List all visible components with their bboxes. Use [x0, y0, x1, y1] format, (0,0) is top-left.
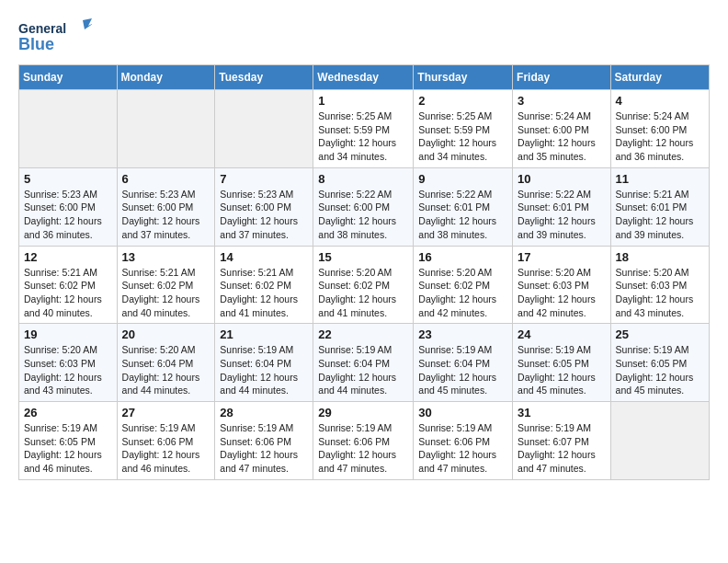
week-row-1: 1Sunrise: 5:25 AM Sunset: 5:59 PM Daylig… [19, 90, 710, 168]
day-number: 15 [318, 250, 408, 264]
day-info: Sunrise: 5:19 AM Sunset: 6:04 PM Dayligh… [418, 343, 507, 397]
calendar-cell: 16Sunrise: 5:20 AM Sunset: 6:02 PM Dayli… [414, 246, 513, 324]
svg-text:Blue: Blue [18, 35, 54, 53]
calendar-cell: 1Sunrise: 5:25 AM Sunset: 5:59 PM Daylig… [313, 90, 414, 168]
day-number: 30 [418, 406, 507, 419]
calendar-cell: 6Sunrise: 5:23 AM Sunset: 6:00 PM Daylig… [117, 167, 215, 246]
day-info: Sunrise: 5:25 AM Sunset: 5:59 PM Dayligh… [318, 109, 408, 164]
svg-text:General: General [18, 21, 66, 36]
day-info: Sunrise: 5:22 AM Sunset: 6:00 PM Dayligh… [318, 188, 408, 242]
calendar-cell: 15Sunrise: 5:20 AM Sunset: 6:02 PM Dayli… [313, 246, 414, 324]
day-info: Sunrise: 5:23 AM Sunset: 6:00 PM Dayligh… [24, 188, 112, 242]
day-info: Sunrise: 5:19 AM Sunset: 6:05 PM Dayligh… [616, 343, 704, 397]
day-number: 13 [122, 250, 210, 264]
day-number: 2 [418, 94, 507, 108]
calendar-cell: 8Sunrise: 5:22 AM Sunset: 6:00 PM Daylig… [313, 167, 414, 246]
calendar-cell: 13Sunrise: 5:21 AM Sunset: 6:02 PM Dayli… [117, 246, 215, 324]
day-info: Sunrise: 5:22 AM Sunset: 6:01 PM Dayligh… [418, 188, 507, 242]
calendar-cell: 30Sunrise: 5:19 AM Sunset: 6:06 PM Dayli… [414, 402, 513, 480]
calendar-cell: 20Sunrise: 5:20 AM Sunset: 6:04 PM Dayli… [117, 324, 215, 402]
day-number: 19 [24, 327, 112, 341]
week-row-2: 5Sunrise: 5:23 AM Sunset: 6:00 PM Daylig… [19, 167, 710, 246]
page-header: GeneralBlue [18, 18, 710, 55]
day-number: 10 [518, 172, 606, 186]
calendar-cell [215, 90, 313, 168]
day-info: Sunrise: 5:19 AM Sunset: 6:06 PM Dayligh… [318, 421, 408, 476]
calendar-cell: 3Sunrise: 5:24 AM Sunset: 6:00 PM Daylig… [513, 90, 611, 168]
day-info: Sunrise: 5:19 AM Sunset: 6:06 PM Dayligh… [220, 421, 308, 476]
day-number: 5 [24, 172, 112, 186]
day-info: Sunrise: 5:19 AM Sunset: 6:07 PM Dayligh… [518, 421, 606, 476]
day-number: 18 [616, 250, 704, 264]
calendar-cell: 5Sunrise: 5:23 AM Sunset: 6:00 PM Daylig… [19, 167, 118, 246]
day-number: 17 [518, 250, 606, 264]
day-number: 29 [318, 406, 408, 419]
calendar-cell: 27Sunrise: 5:19 AM Sunset: 6:06 PM Dayli… [117, 402, 215, 480]
week-row-4: 19Sunrise: 5:20 AM Sunset: 6:03 PM Dayli… [19, 324, 710, 402]
day-number: 7 [220, 172, 308, 186]
calendar-cell: 23Sunrise: 5:19 AM Sunset: 6:04 PM Dayli… [414, 324, 513, 402]
day-info: Sunrise: 5:21 AM Sunset: 6:01 PM Dayligh… [616, 188, 704, 242]
day-info: Sunrise: 5:20 AM Sunset: 6:03 PM Dayligh… [616, 266, 704, 320]
day-info: Sunrise: 5:21 AM Sunset: 6:02 PM Dayligh… [220, 266, 308, 320]
weekday-header-wednesday: Wednesday [313, 65, 414, 90]
logo-svg: GeneralBlue [18, 18, 92, 55]
weekday-header-monday: Monday [117, 65, 215, 90]
weekday-header-thursday: Thursday [414, 65, 513, 90]
calendar-cell: 29Sunrise: 5:19 AM Sunset: 6:06 PM Dayli… [313, 402, 414, 480]
day-info: Sunrise: 5:19 AM Sunset: 6:05 PM Dayligh… [518, 343, 606, 397]
day-info: Sunrise: 5:21 AM Sunset: 6:02 PM Dayligh… [24, 266, 112, 320]
calendar-cell: 11Sunrise: 5:21 AM Sunset: 6:01 PM Dayli… [610, 167, 709, 246]
calendar-cell: 14Sunrise: 5:21 AM Sunset: 6:02 PM Dayli… [215, 246, 313, 324]
day-info: Sunrise: 5:19 AM Sunset: 6:04 PM Dayligh… [318, 343, 408, 397]
weekday-header-tuesday: Tuesday [215, 65, 313, 90]
day-info: Sunrise: 5:20 AM Sunset: 6:02 PM Dayligh… [418, 266, 507, 320]
day-info: Sunrise: 5:24 AM Sunset: 6:00 PM Dayligh… [518, 109, 606, 164]
calendar-cell: 31Sunrise: 5:19 AM Sunset: 6:07 PM Dayli… [513, 402, 611, 480]
day-number: 31 [518, 406, 606, 419]
day-info: Sunrise: 5:20 AM Sunset: 6:03 PM Dayligh… [518, 266, 606, 320]
day-number: 21 [220, 327, 308, 341]
day-info: Sunrise: 5:23 AM Sunset: 6:00 PM Dayligh… [220, 188, 308, 242]
day-number: 3 [518, 94, 606, 108]
day-info: Sunrise: 5:19 AM Sunset: 6:06 PM Dayligh… [122, 421, 210, 476]
weekday-header-sunday: Sunday [19, 65, 118, 90]
calendar-table: SundayMondayTuesdayWednesdayThursdayFrid… [18, 64, 710, 480]
logo: GeneralBlue [18, 18, 92, 55]
svg-marker-1 [83, 18, 92, 29]
calendar-cell: 28Sunrise: 5:19 AM Sunset: 6:06 PM Dayli… [215, 402, 313, 480]
calendar-cell [19, 90, 118, 168]
day-number: 24 [518, 327, 606, 341]
day-number: 4 [616, 94, 704, 108]
day-info: Sunrise: 5:20 AM Sunset: 6:02 PM Dayligh… [318, 266, 408, 320]
day-number: 8 [318, 172, 408, 186]
weekday-header-friday: Friday [513, 65, 611, 90]
weekday-header-row: SundayMondayTuesdayWednesdayThursdayFrid… [19, 65, 710, 90]
day-number: 9 [418, 172, 507, 186]
calendar-cell: 25Sunrise: 5:19 AM Sunset: 6:05 PM Dayli… [610, 324, 709, 402]
day-number: 14 [220, 250, 308, 264]
calendar-cell: 24Sunrise: 5:19 AM Sunset: 6:05 PM Dayli… [513, 324, 611, 402]
day-info: Sunrise: 5:25 AM Sunset: 5:59 PM Dayligh… [418, 109, 507, 164]
day-number: 6 [122, 172, 210, 186]
calendar-cell [117, 90, 215, 168]
calendar-cell: 21Sunrise: 5:19 AM Sunset: 6:04 PM Dayli… [215, 324, 313, 402]
calendar-cell: 18Sunrise: 5:20 AM Sunset: 6:03 PM Dayli… [610, 246, 709, 324]
day-number: 28 [220, 406, 308, 419]
calendar-cell: 9Sunrise: 5:22 AM Sunset: 6:01 PM Daylig… [414, 167, 513, 246]
week-row-5: 26Sunrise: 5:19 AM Sunset: 6:05 PM Dayli… [19, 402, 710, 480]
day-info: Sunrise: 5:20 AM Sunset: 6:04 PM Dayligh… [122, 343, 210, 397]
day-number: 1 [318, 94, 408, 108]
day-number: 22 [318, 327, 408, 341]
day-info: Sunrise: 5:24 AM Sunset: 6:00 PM Dayligh… [616, 109, 704, 164]
calendar-cell: 10Sunrise: 5:22 AM Sunset: 6:01 PM Dayli… [513, 167, 611, 246]
day-info: Sunrise: 5:19 AM Sunset: 6:04 PM Dayligh… [220, 343, 308, 397]
day-number: 11 [616, 172, 704, 186]
calendar-cell: 7Sunrise: 5:23 AM Sunset: 6:00 PM Daylig… [215, 167, 313, 246]
calendar-cell: 22Sunrise: 5:19 AM Sunset: 6:04 PM Dayli… [313, 324, 414, 402]
day-number: 16 [418, 250, 507, 264]
calendar-cell: 26Sunrise: 5:19 AM Sunset: 6:05 PM Dayli… [19, 402, 118, 480]
day-info: Sunrise: 5:19 AM Sunset: 6:05 PM Dayligh… [24, 421, 112, 476]
day-number: 27 [122, 406, 210, 419]
day-number: 23 [418, 327, 507, 341]
